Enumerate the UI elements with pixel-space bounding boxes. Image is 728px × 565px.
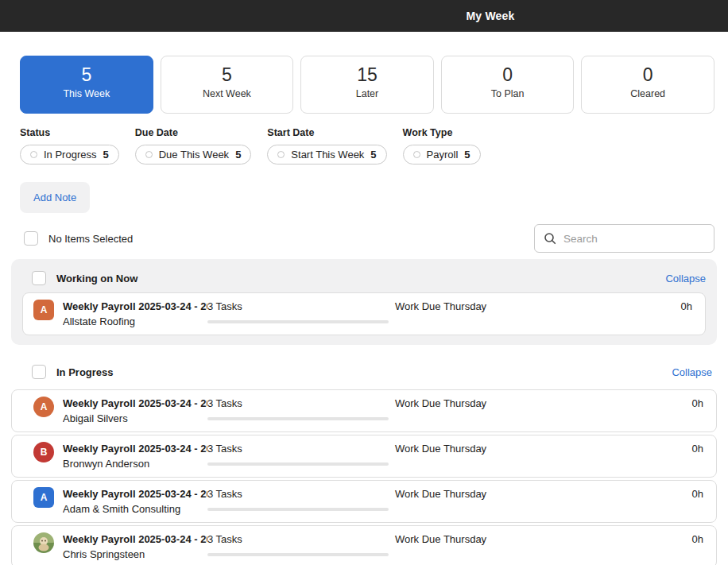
- task-client: Allstate Roofing: [63, 315, 207, 327]
- pet-photo-icon: [33, 532, 54, 553]
- status-dot-icon: [145, 151, 153, 158]
- task-due-label: Work Due Thursday: [395, 390, 692, 409]
- task-hours-label: 0h: [692, 526, 716, 545]
- task-count-column: 3 Tasks: [207, 481, 395, 511]
- card-later[interactable]: 15 Later: [300, 56, 434, 114]
- card-label: Cleared: [582, 88, 714, 99]
- card-cleared[interactable]: 0 Cleared: [581, 56, 714, 114]
- section-checkbox[interactable]: [32, 365, 46, 379]
- task-due-label: Work Due Thursday: [395, 293, 681, 312]
- avatar-slot: [33, 532, 54, 553]
- task-due-label: Work Due Thursday: [395, 435, 692, 455]
- task-row[interactable]: A Weekly Payroll 2025-03-24 - 2025-0... …: [11, 389, 717, 432]
- chip-count: 5: [464, 149, 470, 161]
- tasks-count-label: 3 Tasks: [207, 488, 395, 500]
- task-due-label: Work Due Thursday: [395, 481, 692, 500]
- card-count: 0: [582, 65, 714, 85]
- task-client: Abigail Silvers: [63, 412, 207, 424]
- avatar: B: [33, 442, 54, 462]
- chip-label: In Progress: [44, 149, 96, 161]
- avatar-slot: A: [33, 487, 54, 508]
- chip-label: Payroll: [427, 149, 459, 161]
- filter-group-work-type: Work Type Payroll 5: [403, 127, 481, 164]
- card-this-week[interactable]: 5 This Week: [20, 56, 153, 114]
- task-row[interactable]: B Weekly Payroll 2025-03-24 - 2025-0... …: [11, 435, 717, 478]
- task-title: Weekly Payroll 2025-03-24 - 2025-0...: [63, 397, 207, 409]
- chip-count: 5: [103, 149, 108, 161]
- avatar-slot: A: [33, 397, 54, 417]
- card-label: This Week: [21, 88, 153, 99]
- search-input[interactable]: [563, 233, 705, 245]
- filter-group-label: Work Type: [403, 127, 481, 138]
- card-next-week[interactable]: 5 Next Week: [161, 56, 294, 114]
- card-count: 0: [442, 65, 574, 85]
- page-title: My Week: [466, 10, 514, 22]
- tasks-count-label: 3 Tasks: [207, 397, 395, 409]
- task-row[interactable]: A Weekly Payroll 2025-03-24 - 2025-0... …: [22, 292, 706, 335]
- task-hours-label: 0h: [692, 390, 716, 409]
- task-progress-bar: [207, 320, 389, 323]
- search-icon: [544, 232, 556, 245]
- avatar-photo: [33, 532, 54, 553]
- task-client: Bronwyn Anderson: [63, 458, 207, 470]
- avatar-slot: A: [33, 300, 54, 320]
- task-hours-label: 0h: [681, 293, 705, 312]
- task-count-column: 3 Tasks: [207, 390, 395, 420]
- card-label: Next Week: [161, 88, 293, 99]
- avatar: A: [33, 397, 54, 417]
- task-progress-bar: [207, 462, 389, 466]
- task-count-column: 3 Tasks: [207, 435, 395, 466]
- status-dot-icon: [413, 151, 420, 158]
- tasks-count-label: 3 Tasks: [207, 533, 395, 545]
- task-title: Weekly Payroll 2025-03-24 - 2025-0...: [63, 488, 207, 500]
- card-label: To Plan: [442, 88, 574, 99]
- filter-chip-due-this-week[interactable]: Due This Week 5: [135, 145, 252, 164]
- status-dot-icon: [30, 151, 37, 158]
- task-title: Weekly Payroll 2025-03-24 - 2025-0...: [63, 533, 207, 545]
- filter-group-label: Status: [20, 127, 119, 138]
- filter-group-label: Due Date: [135, 127, 252, 138]
- card-count: 5: [161, 65, 293, 85]
- summary-cards: 5 This Week 5 Next Week 15 Later 0 To Pl…: [20, 56, 714, 114]
- search-box[interactable]: [534, 224, 714, 253]
- filter-chip-payroll[interactable]: Payroll 5: [403, 145, 481, 164]
- filter-chip-in-progress[interactable]: In Progress 5: [20, 145, 119, 164]
- top-bar: My Week: [0, 0, 728, 32]
- task-count-column: 3 Tasks: [207, 526, 395, 556]
- filter-group-label: Start Date: [267, 127, 386, 138]
- section-title: Working on Now: [56, 273, 137, 284]
- chip-count: 5: [370, 149, 376, 161]
- avatar: A: [33, 300, 54, 320]
- filter-group-start-date: Start Date Start This Week 5: [267, 127, 386, 164]
- card-label: Later: [301, 88, 433, 99]
- selection-search-row: No Items Selected: [24, 224, 714, 253]
- section-checkbox[interactable]: [32, 271, 46, 285]
- collapse-link[interactable]: Collapse: [672, 366, 712, 378]
- section-header: Working on Now Collapse: [22, 265, 706, 291]
- section-header: In Progress Collapse: [11, 359, 717, 385]
- task-text-column: Weekly Payroll 2025-03-24 - 2025-0... Ch…: [63, 526, 207, 560]
- task-due-label: Work Due Thursday: [395, 526, 692, 545]
- task-client: Chris Springsteen: [63, 548, 207, 560]
- selection-status-label: No Items Selected: [48, 233, 133, 245]
- filter-chip-start-this-week[interactable]: Start This Week 5: [267, 145, 386, 164]
- task-text-column: Weekly Payroll 2025-03-24 - 2025-0... Ad…: [63, 481, 207, 515]
- section-title: In Progress: [56, 366, 114, 378]
- chip-label: Due This Week: [159, 149, 229, 161]
- task-row[interactable]: Weekly Payroll 2025-03-24 - 2025-0... Ch…: [11, 525, 717, 565]
- select-all-checkbox[interactable]: [24, 231, 38, 246]
- avatar-slot: B: [33, 442, 54, 462]
- collapse-link[interactable]: Collapse: [665, 273, 706, 284]
- task-row[interactable]: A Weekly Payroll 2025-03-24 - 2025-0... …: [11, 480, 717, 523]
- task-title: Weekly Payroll 2025-03-24 - 2025-0...: [63, 443, 207, 455]
- add-note-button[interactable]: Add Note: [20, 182, 90, 213]
- task-text-column: Weekly Payroll 2025-03-24 - 2025-0... Br…: [63, 435, 207, 470]
- task-title: Weekly Payroll 2025-03-24 - 2025-0...: [63, 300, 207, 312]
- task-progress-bar: [207, 553, 389, 556]
- task-client: Adam & Smith Consulting: [63, 503, 207, 515]
- status-dot-icon: [277, 151, 285, 158]
- filter-group-status: Status In Progress 5: [20, 127, 119, 164]
- card-to-plan[interactable]: 0 To Plan: [441, 56, 575, 114]
- task-text-column: Weekly Payroll 2025-03-24 - 2025-0... Ab…: [63, 390, 207, 424]
- task-hours-label: 0h: [692, 435, 716, 455]
